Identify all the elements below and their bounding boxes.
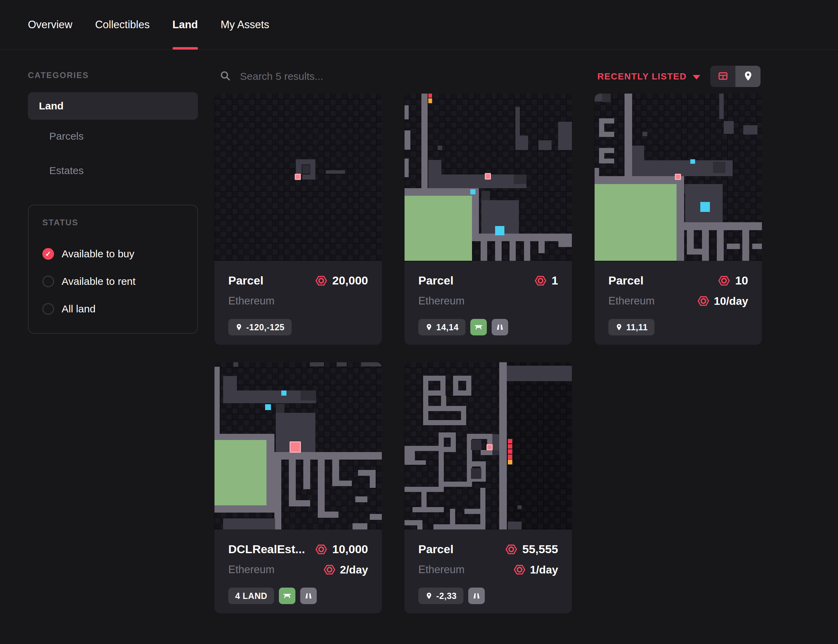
map-road (274, 452, 382, 460)
map-highlight-cyan (690, 159, 695, 164)
badge-label: 14,14 (436, 322, 459, 332)
road-icon (472, 591, 481, 601)
map-selected-parcel (486, 444, 493, 450)
map-road (727, 243, 740, 250)
status-option-all-land[interactable]: All land (42, 303, 183, 315)
sidebar-item-estates[interactable]: Estates (28, 159, 198, 182)
search-input[interactable] (239, 70, 425, 82)
map-district (724, 121, 733, 134)
map-district (296, 164, 301, 174)
map-district (428, 174, 527, 188)
map-view-button[interactable] (735, 66, 761, 87)
map-shade (507, 362, 572, 529)
radio-unchecked-icon[interactable] (42, 276, 54, 287)
map-district (492, 440, 499, 451)
price-value: 55,555 (522, 542, 558, 556)
map-road (405, 159, 409, 177)
land-card[interactable]: DCLRealEst...10,000Ethereum2/day4 LAND (214, 362, 382, 613)
table-grid-icon (718, 71, 729, 82)
card-price: 10,000 (315, 542, 368, 556)
map-highlight-red (508, 449, 512, 454)
map-road (214, 367, 220, 434)
status-option-label: Available to rent (62, 276, 136, 287)
map-district (296, 159, 315, 164)
map-road (370, 514, 382, 520)
map-road (405, 446, 415, 465)
map-road (274, 460, 281, 529)
badge-row: 4 LAND (228, 588, 368, 604)
land-card[interactable]: Parcel10Ethereum10/day11,11 (594, 94, 762, 345)
map-highlight-red (508, 439, 512, 444)
tab-overview[interactable]: Overview (28, 0, 72, 49)
search-bar[interactable] (219, 66, 425, 87)
map-road (421, 94, 428, 188)
map-district (632, 146, 644, 161)
parcel-map-preview[interactable] (405, 362, 572, 529)
map-district-block (481, 191, 490, 200)
location-badge: 14,14 (418, 319, 466, 335)
map-road (318, 511, 338, 518)
map-park (594, 184, 677, 261)
map-road (358, 470, 370, 476)
map-road (687, 230, 694, 249)
map-road (318, 460, 325, 512)
map-road (677, 184, 684, 261)
map-road (752, 243, 762, 250)
map-road (702, 230, 709, 261)
map-road (495, 241, 501, 261)
land-card[interactable]: Parcel1Ethereum14,14 (405, 94, 572, 345)
sort-dropdown[interactable]: RECENTLY LISTED (598, 66, 700, 87)
plaza-bench-badge (279, 588, 295, 604)
parcel-map-preview[interactable] (214, 94, 382, 261)
map-road (599, 132, 614, 137)
map-road (558, 241, 572, 247)
land-card[interactable]: Parcel55,555Ethereum1/day-2,33 (405, 362, 572, 613)
map-district (743, 125, 757, 135)
map-road (742, 230, 749, 261)
parcel-map-preview[interactable] (405, 94, 572, 261)
radio-unchecked-icon[interactable] (42, 303, 54, 315)
sidebar-item-parcels[interactable]: Parcels (28, 125, 198, 147)
status-option-available-to-buy[interactable]: ✓Available to buy (42, 248, 183, 260)
parcel-map-preview[interactable] (594, 94, 762, 261)
map-road (303, 460, 310, 489)
tab-collectibles[interactable]: Collectibles (95, 0, 150, 49)
map-highlight-cyan (700, 202, 710, 212)
map-road (370, 470, 375, 488)
map-road (412, 507, 443, 512)
map-highlight-cyan (495, 226, 504, 235)
search-icon (219, 70, 231, 83)
map-road (405, 487, 444, 492)
status-option-label: All land (62, 303, 95, 315)
badge-label: -120,-125 (246, 322, 285, 332)
card-title: Parcel (418, 542, 453, 556)
map-district (515, 107, 520, 150)
status-option-available-to-rent[interactable]: Available to rent (42, 276, 183, 287)
categories-heading: CATEGORIES (28, 71, 89, 80)
parcel-map-preview[interactable] (214, 362, 382, 529)
grid-view-button[interactable] (710, 66, 735, 87)
map-road (538, 241, 545, 253)
chevron-down-icon (693, 75, 700, 79)
map-pin-icon (235, 324, 243, 331)
map-highlight-cyan (265, 404, 271, 410)
road-badge (492, 319, 508, 335)
radio-checked-icon[interactable]: ✓ (42, 248, 54, 260)
map-district (492, 434, 499, 439)
map-road (289, 460, 296, 501)
tab-my-assets[interactable]: My Assets (221, 0, 269, 49)
status-options: ✓Available to buyAvailable to rentAll la… (42, 248, 183, 315)
rent-value: 2/day (340, 564, 368, 576)
map-road (441, 396, 446, 406)
road-icon (304, 591, 313, 601)
map-district (594, 94, 602, 102)
map-pin-icon (425, 592, 433, 600)
land-card[interactable]: Parcel20,000Ethereum-120,-125 (214, 94, 382, 345)
tab-land[interactable]: Land (173, 0, 198, 49)
map-district (234, 362, 238, 367)
sidebar-item-land[interactable]: Land (28, 92, 198, 120)
map-park (214, 440, 267, 505)
map-road (499, 362, 507, 529)
map-road (405, 188, 472, 196)
map-road (414, 460, 426, 465)
